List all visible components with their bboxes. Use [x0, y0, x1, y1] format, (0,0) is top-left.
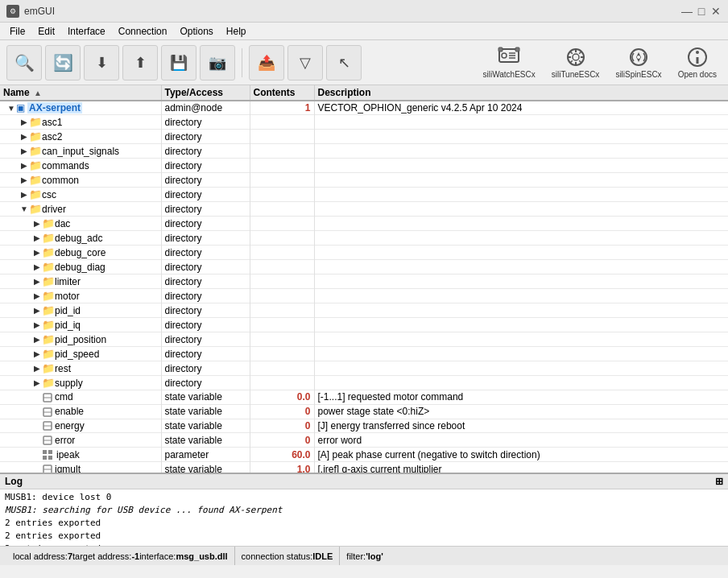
app-title: emGUI [24, 6, 55, 17]
local-address-segment: local address: 7 target address: -1 inte… [6, 547, 235, 565]
status-bar: local address: 7 target address: -1 inte… [0, 546, 728, 565]
expand-button[interactable]: ▶ [32, 349, 42, 359]
menu-options[interactable]: Options [173, 24, 219, 39]
expand-button[interactable]: ▶ [32, 291, 42, 301]
download-button[interactable]: ⬇ [84, 45, 119, 81]
file-icon [42, 463, 55, 473]
expand-button[interactable]: ▶ [19, 118, 29, 127]
contents-cell: 0.0 [250, 390, 314, 405]
col-contents-header[interactable]: Contents [250, 85, 314, 101]
expand-button[interactable]: ▶ [32, 364, 42, 374]
silispinescx-button[interactable]: siliSpinESCx [610, 43, 666, 82]
table-row[interactable]: enablestate variable0power stage state <… [0, 404, 728, 419]
table-row[interactable]: ▶📁motordirectory [0, 289, 728, 303]
log-expand-icon[interactable]: ⊞ [715, 476, 723, 487]
upload-button[interactable]: ⬆ [122, 45, 158, 81]
svg-line-15 [579, 60, 581, 63]
target-address-value: -1 [131, 551, 139, 561]
table-row[interactable]: ▶📁supplydirectory [0, 376, 728, 390]
filter-label: filter: [346, 551, 366, 561]
contents-cell [250, 361, 314, 376]
table-row[interactable]: ▶📁debug_diagdirectory [0, 260, 728, 275]
table-row[interactable]: ▶📁pid_iqdirectory [0, 318, 728, 332]
table-row[interactable]: ▶📁commandsdirectory [0, 159, 728, 173]
table-row[interactable]: ▶📁asc1directory [0, 115, 728, 130]
menu-edit[interactable]: Edit [31, 24, 61, 39]
silitunescx-button[interactable]: siliTuneESCx [547, 43, 605, 82]
menu-help[interactable]: Help [220, 24, 253, 39]
expand-button[interactable]: ▶ [19, 147, 29, 156]
expand-button[interactable]: ▶ [32, 233, 42, 243]
screenshot-button[interactable]: 📷 [200, 45, 235, 81]
open-docs-button[interactable]: Open docs [673, 43, 722, 82]
filter-icon: ▽ [300, 54, 311, 72]
search-button[interactable]: 🔍 [6, 45, 42, 81]
table-row[interactable]: cmdstate variable0.0[-1...1] requested m… [0, 390, 728, 405]
filter-button[interactable]: ▽ [287, 45, 323, 81]
table-row[interactable]: ▶📁dacdirectory [0, 217, 728, 231]
table-row[interactable]: iqmultstate variable1.0[.iref] q-axis cu… [0, 462, 728, 473]
type-cell: directory [161, 144, 250, 159]
table-row[interactable]: ▼📁driverdirectory [0, 202, 728, 217]
minimize-button[interactable]: — [681, 6, 693, 17]
refresh-icon: 🔄 [53, 53, 73, 72]
table-row[interactable]: ▶📁limiterdirectory [0, 275, 728, 289]
node-name: debug_diag [55, 262, 105, 273]
expand-button[interactable]: ▶ [19, 161, 29, 171]
table-row[interactable]: ▶📁debug_adcdirectory [0, 231, 728, 246]
menu-interface[interactable]: Interface [61, 24, 112, 39]
desc-cell [314, 231, 728, 246]
type-cell: directory [161, 130, 250, 144]
expand-button[interactable]: ▶ [32, 262, 42, 272]
refresh-button[interactable]: 🔄 [45, 45, 81, 81]
table-row[interactable]: ▶📁commondirectory [0, 173, 728, 188]
expand-button[interactable]: ▶ [32, 306, 42, 316]
maximize-button[interactable]: □ [696, 6, 707, 17]
connection-status-label: connection status: [242, 551, 313, 561]
node-name: error [55, 435, 75, 446]
expand-button[interactable]: ▶ [32, 277, 42, 287]
expand-button[interactable]: ▶ [32, 248, 42, 258]
expand-button[interactable]: ▼ [19, 204, 29, 214]
flash-button[interactable]: 💾 [161, 45, 196, 81]
table-row[interactable]: ▶📁pid_positiondirectory [0, 332, 728, 347]
table-row[interactable]: ipeakparameter60.0[A] peak phase current… [0, 448, 728, 462]
expand-button[interactable]: ▶ [32, 219, 42, 229]
filter-value: 'log' [366, 551, 383, 561]
log-line: 2 entries exported [5, 530, 723, 543]
table-row[interactable]: ▶📁can_input_signalsdirectory [0, 144, 728, 159]
table-row[interactable]: ▶📁pid_iddirectory [0, 303, 728, 318]
node-name: can_input_signals [42, 146, 119, 157]
table-row[interactable]: ▶📁debug_coredirectory [0, 246, 728, 260]
menu-file[interactable]: File [3, 24, 31, 39]
expand-button[interactable]: ▶ [32, 320, 42, 330]
expand-button[interactable]: ▼ [6, 103, 16, 113]
table-row[interactable]: ▶📁cscdirectory [0, 188, 728, 202]
table-row[interactable]: energystate variable0[J] energy transfer… [0, 419, 728, 433]
connection-status-segment: connection status: IDLE [235, 547, 341, 565]
col-desc-header[interactable]: Description [314, 85, 728, 101]
expand-button[interactable]: ▶ [32, 335, 42, 345]
log-content[interactable]: MUSB1: device lost 0MUSB1: searching for… [0, 489, 728, 546]
menu-bar: File Edit Interface Connection Options H… [0, 23, 728, 40]
expand-button[interactable]: ▶ [19, 175, 29, 185]
table-row[interactable]: ▶📁pid_speeddirectory [0, 347, 728, 361]
menu-connection[interactable]: Connection [112, 24, 174, 39]
node-name: pid_speed [55, 349, 99, 360]
table-row[interactable]: ▶📁asc2directory [0, 130, 728, 144]
close-button[interactable]: ✕ [710, 6, 722, 17]
col-type-header[interactable]: Type/Access [161, 85, 250, 101]
desc-cell: [A] peak phase current (negative to swit… [314, 448, 728, 462]
interface-value: msg_usb.dll [176, 551, 227, 561]
export-button[interactable]: 📤 [249, 45, 284, 81]
expand-button[interactable]: ▶ [19, 132, 29, 142]
table-row[interactable]: ▼▣AX-serpentadmin@node1VECTOR_OPHION_gen… [0, 101, 728, 115]
table-row[interactable]: errorstate variable0error word [0, 433, 728, 448]
expand-button[interactable]: ▶ [19, 190, 29, 200]
col-name-header[interactable]: Name ▲ [0, 85, 161, 101]
table-row[interactable]: ▶📁restdirectory [0, 361, 728, 376]
expand-button[interactable]: ▶ [32, 378, 42, 388]
cursor-button[interactable]: ↖ [326, 45, 362, 81]
siliwatchescx-button[interactable]: siliWatchESCx [478, 43, 540, 82]
tree-table-container[interactable]: Name ▲ Type/Access Contents Description … [0, 85, 728, 473]
